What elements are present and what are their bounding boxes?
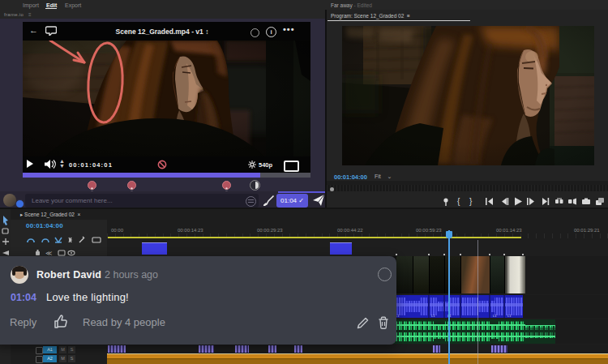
svg-text:≪: ≪ <box>45 250 52 256</box>
svg-text:L1: L1 <box>507 314 512 318</box>
svg-text:L1: L1 <box>431 314 435 318</box>
svg-text:L1: L1 <box>493 314 497 318</box>
svg-text:{: { <box>457 197 460 206</box>
svg-text:}: } <box>469 197 473 206</box>
